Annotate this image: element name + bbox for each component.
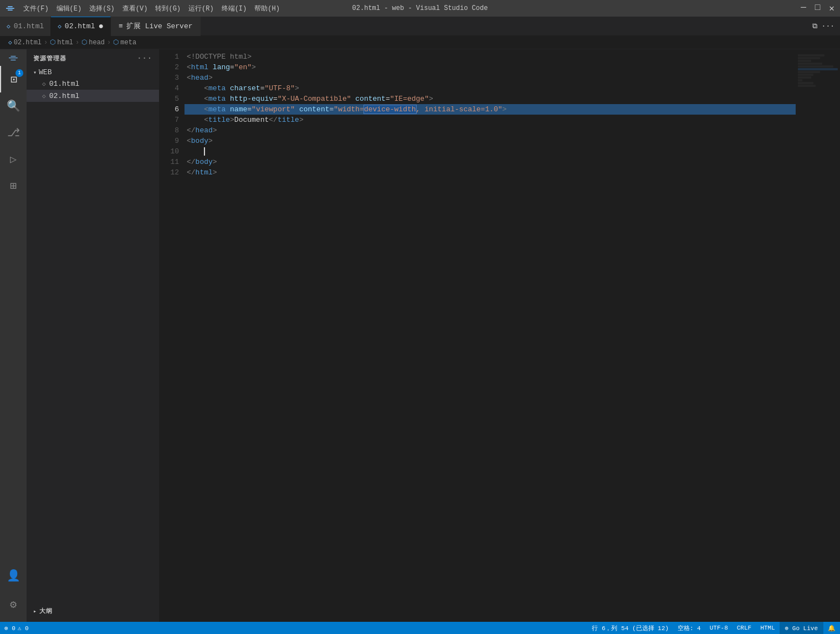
tab-01html[interactable]: ◇ 01.html [0,17,51,36]
status-bar: ⊗ 0 ⚠ 0 行 6，列 54 (已选择 12) 空格: 4 UTF-8 CR… [0,622,840,634]
menu-view[interactable]: 查看(V) [122,4,148,13]
breadcrumb-file[interactable]: ◇ 02.html [8,39,42,47]
activity-extensions[interactable]: ⊞ [0,172,27,199]
folder-name: WEB [39,68,52,76]
sidebar-outline[interactable]: ▸ 大纲 [33,605,152,617]
code-lines[interactable]: <!DOCTYPE html> <html lang="en"> <head> … [185,51,796,622]
tab-icon-02: ◇ [58,23,62,30]
minimap [796,51,840,622]
minimap-line [798,65,833,68]
title-bar: ⌯ 文件(F) 编辑(E) 选择(S) 查看(V) 转到(G) 运行(R) 终端… [0,0,840,17]
split-editor-icon[interactable]: ⧉ [812,22,817,30]
status-notification[interactable]: 🔔 [823,622,840,634]
menu-select[interactable]: 选择(S) [89,4,115,13]
code-line-7[interactable]: <title>Document</title> [185,115,796,125]
maximize-button[interactable]: □ [815,3,821,14]
errors-label: ⊗ 0 [4,625,16,632]
line-ending-label: CRLF [737,625,751,631]
breadcrumb-html[interactable]: ⬡ html [50,38,73,47]
status-encoding[interactable]: UTF-8 [705,622,733,634]
more-actions-icon[interactable]: ··· [822,22,834,30]
editor-content[interactable]: 1 2 3 4 5 6 7 8 9 10 11 12 <!DOCTYPE htm… [160,49,840,622]
activity-run[interactable]: ▷ [0,146,27,172]
line-num-9: 9 [160,136,179,146]
outline-arrow-icon: ▸ [33,608,37,615]
minimap-line [798,68,838,70]
tab-02html[interactable]: ◇ 02.html ● [51,17,111,36]
sidebar-more-actions[interactable]: ··· [137,54,152,63]
activity-search[interactable]: 🔍 [0,92,27,119]
code-line-2[interactable]: <html lang="en"> [185,62,796,73]
window-controls[interactable]: ─ □ ✕ [801,3,834,14]
window-title: 02.html - web - Visual Studio Code [352,4,488,12]
live-server-label: 扩展 Live Server [126,21,193,31]
status-left: ⊗ 0 ⚠ 0 [0,622,33,634]
code-line-12[interactable]: </html> [185,167,796,178]
line-num-12: 12 [160,167,179,178]
outline-label: 大纲 [39,607,53,615]
line-numbers: 1 2 3 4 5 6 7 8 9 10 11 12 [160,51,185,622]
line-num-7: 7 [160,115,179,125]
code-line-10[interactable] [185,146,796,157]
menu-goto[interactable]: 转到(G) [155,4,181,13]
line-num-2: 2 [160,62,179,73]
minimap-line [798,63,822,65]
status-language[interactable]: HTML [756,622,779,634]
minimap-line [798,82,813,84]
settings-icon: ⚙ [10,597,17,611]
code-line-6[interactable]: <meta name="viewport" content="width=dev… [185,104,796,115]
activity-account[interactable]: 👤 [0,562,27,589]
activity-settings[interactable]: ⚙ [0,591,27,617]
code-line-11[interactable]: </body> [185,157,796,167]
editor[interactable]: 1 2 3 4 5 6 7 8 9 10 11 12 <!DOCTYPE htm… [160,49,840,622]
menu-bar[interactable]: 文件(F) 编辑(E) 选择(S) 查看(V) 转到(G) 运行(R) 终端(I… [23,4,280,13]
file-02-icon: ◇ [42,92,46,100]
sidebar-file-02[interactable]: ◇ 02.html [27,90,159,102]
go-live-button[interactable]: ⊕ Go Live [780,622,823,634]
line-col-label: 行 6，列 54 (已选择 12) [592,624,669,632]
breadcrumb-sep-2: › [75,39,79,47]
status-spaces[interactable]: 空格: 4 [673,622,705,634]
minimize-button[interactable]: ─ [801,3,806,14]
activity-source-control[interactable]: ⎇ [0,119,27,146]
line-num-4: 4 [160,83,179,94]
status-line-ending[interactable]: CRLF [733,622,756,634]
menu-help[interactable]: 帮助(H) [254,4,280,13]
close-button[interactable]: ✕ [829,3,834,14]
tab-live-server[interactable]: ≡ 扩展 Live Server [111,17,200,36]
breadcrumb-meta[interactable]: ⬡ meta [113,38,136,47]
menu-run[interactable]: 运行(R) [188,4,214,13]
minimap-line [798,76,811,79]
code-line-8[interactable]: </head> [185,125,796,136]
menu-edit[interactable]: 编辑(E) [57,4,82,13]
breadcrumb-sep-1: › [44,39,48,47]
go-live-label: ⊕ Go Live [785,625,818,632]
run-icon: ▷ [10,152,17,166]
menu-terminal[interactable]: 终端(I) [222,4,247,13]
sidebar-file-01[interactable]: ◇ 01.html [27,78,159,90]
live-server-icon: ≡ [119,22,123,30]
status-errors[interactable]: ⊗ 0 ⚠ 0 [0,622,33,634]
code-line-4[interactable]: <meta charset="UTF-8"> [185,83,796,94]
breadcrumb-head[interactable]: ⬡ head [81,38,105,47]
code-line-1[interactable]: <!DOCTYPE html> [185,51,796,62]
search-icon: 🔍 [7,99,21,113]
tab-bar-actions[interactable]: ⧉ ··· [807,22,840,30]
code-line-5[interactable]: <meta http-equiv="X-UA-Compatible" conte… [185,94,796,104]
minimap-line [798,60,811,62]
line-num-5: 5 [160,94,179,104]
code-line-3[interactable]: <head> [185,73,796,83]
line-num-3: 3 [160,73,179,83]
vscode-logo: ⌯ [6,3,14,14]
head-tag-icon: ⬡ [81,38,87,47]
account-icon: 👤 [7,569,21,583]
status-line-col[interactable]: 行 6，列 54 (已选择 12) [587,622,673,634]
breadcrumb-sep-3: › [107,39,111,47]
line-num-8: 8 [160,125,179,136]
code-line-9[interactable]: <body> [185,136,796,146]
unsaved-indicator: ● [98,22,104,31]
menu-file[interactable]: 文件(F) [23,4,49,13]
activity-explorer[interactable]: ⊡ 1 [0,66,27,92]
sidebar-folder-web[interactable]: ▾ WEB [27,67,159,78]
folder-arrow-icon: ▾ [33,69,37,76]
